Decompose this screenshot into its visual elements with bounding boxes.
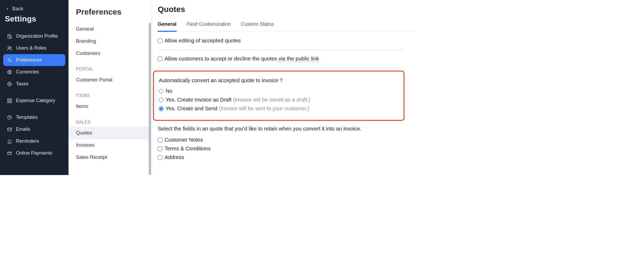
sidebar-item-users-roles[interactable]: Users & Roles bbox=[3, 42, 65, 54]
sidebar-item-label: Currencies bbox=[16, 69, 39, 75]
svg-point-14 bbox=[10, 84, 11, 85]
pref-item-customer-portal[interactable]: Customer Portal bbox=[68, 74, 151, 86]
radio-label: Yes. Create Invoice as Draft (Invoice wi… bbox=[166, 97, 310, 103]
radio-label: Yes. Create and Send (Invoice will be se… bbox=[166, 106, 309, 112]
radio-option-no[interactable]: No bbox=[159, 87, 399, 95]
building-icon bbox=[7, 34, 12, 39]
sidebar-item-label: Taxes bbox=[16, 81, 28, 87]
main-content: Quotes General Field Customization Custo… bbox=[151, 0, 415, 175]
settings-sidebar: Back Settings Organization Profile Users… bbox=[0, 0, 68, 175]
sidebar-item-label: Online Payments bbox=[16, 150, 52, 156]
svg-rect-1 bbox=[10, 36, 11, 38]
credit-card-icon bbox=[7, 151, 12, 156]
retain-customer-notes[interactable]: Customer Notes bbox=[158, 136, 405, 144]
sidebar-item-reminders[interactable]: Reminders bbox=[3, 135, 65, 147]
pref-item-customers[interactable]: Customers bbox=[68, 47, 151, 59]
pref-item-invoices[interactable]: Invoices bbox=[68, 139, 151, 151]
retain-address[interactable]: Address bbox=[158, 153, 405, 162]
sidebar-item-label: Reminders bbox=[16, 138, 39, 144]
svg-point-6 bbox=[8, 59, 8, 60]
sidebar-item-emails[interactable]: Emails bbox=[3, 123, 65, 135]
svg-point-21 bbox=[10, 117, 11, 117]
pref-heading-sales: SALES bbox=[68, 112, 151, 127]
public-link-hint: via the public link bbox=[278, 56, 319, 62]
radio-label: No bbox=[166, 88, 173, 94]
grid-icon bbox=[7, 98, 12, 103]
sidebar-item-label: Expense Category bbox=[16, 98, 55, 103]
preferences-title: Preferences bbox=[68, 5, 151, 23]
option-label: Customer Notes bbox=[165, 137, 203, 143]
option-label: Address bbox=[165, 154, 184, 160]
sidebar-item-taxes[interactable]: Taxes bbox=[3, 78, 65, 90]
svg-rect-17 bbox=[8, 101, 9, 103]
sidebar-item-label: Emails bbox=[16, 126, 30, 132]
sidebar-item-label: Users & Roles bbox=[16, 45, 46, 51]
back-label: Back bbox=[12, 6, 23, 12]
tab-custom-status[interactable]: Custom Status bbox=[241, 21, 274, 32]
radio-option-send[interactable]: Yes. Create and Send (Invoice will be se… bbox=[159, 104, 399, 113]
pref-item-sales-receipt[interactable]: Sales Receipt bbox=[68, 151, 151, 163]
chevron-left-icon bbox=[5, 6, 10, 11]
page-title: Quotes bbox=[158, 5, 415, 14]
percent-icon bbox=[7, 81, 12, 87]
tab-field-customization[interactable]: Field Customization bbox=[187, 21, 231, 32]
svg-line-12 bbox=[9, 83, 11, 85]
settings-title: Settings bbox=[5, 14, 65, 23]
auto-convert-highlight: Automatically convert an accepted quote … bbox=[153, 71, 405, 121]
pref-item-general[interactable]: General bbox=[68, 23, 151, 35]
scrollbar[interactable] bbox=[149, 23, 151, 175]
users-icon bbox=[7, 46, 12, 51]
mail-icon bbox=[7, 127, 12, 132]
option-label: Terms & Conditions bbox=[165, 146, 211, 152]
tab-general[interactable]: General bbox=[158, 21, 177, 32]
dollar-icon bbox=[7, 69, 12, 75]
checkbox[interactable] bbox=[158, 155, 162, 160]
sidebar-item-label: Preferences bbox=[16, 57, 42, 63]
svg-rect-18 bbox=[10, 101, 12, 103]
sidebar-item-label: Templates bbox=[16, 115, 38, 120]
radio[interactable] bbox=[159, 106, 164, 111]
back-button[interactable]: Back bbox=[3, 6, 65, 12]
pref-heading-portal: PORTAL bbox=[68, 59, 151, 74]
radio[interactable] bbox=[159, 98, 164, 102]
radio[interactable] bbox=[159, 89, 164, 94]
svg-point-20 bbox=[9, 116, 10, 117]
option-label: Allow editing of accepted quotes bbox=[165, 38, 241, 44]
retain-fields-section: Select the fields in an quote that you'd… bbox=[158, 126, 405, 168]
option-accept-decline[interactable]: Allow customers to accept or decline the… bbox=[158, 56, 405, 62]
svg-rect-23 bbox=[8, 152, 12, 155]
pref-item-items[interactable]: Items bbox=[68, 100, 151, 112]
svg-rect-15 bbox=[8, 99, 9, 100]
sidebar-item-preferences[interactable]: Preferences bbox=[3, 54, 65, 66]
svg-point-8 bbox=[10, 60, 11, 61]
option-label: Allow customers to accept or decline the… bbox=[165, 56, 319, 62]
sidebar-item-templates[interactable]: Templates bbox=[3, 111, 65, 123]
pref-item-quotes[interactable]: Quotes bbox=[68, 127, 151, 139]
option-allow-editing[interactable]: Allow editing of accepted quotes bbox=[158, 38, 405, 44]
auto-convert-question: Automatically convert an accepted quote … bbox=[159, 77, 399, 84]
sidebar-item-org-profile[interactable]: Organization Profile bbox=[3, 30, 65, 42]
checkbox[interactable] bbox=[158, 146, 162, 151]
svg-rect-0 bbox=[8, 34, 10, 38]
svg-point-5 bbox=[10, 47, 11, 48]
svg-point-13 bbox=[9, 83, 9, 84]
preferences-sidebar: Preferences General Branding Customers P… bbox=[68, 0, 151, 175]
checkbox[interactable] bbox=[158, 38, 162, 43]
sliders-icon bbox=[7, 58, 12, 63]
sidebar-item-currencies[interactable]: Currencies bbox=[3, 66, 65, 78]
retain-fields-title: Select the fields in an quote that you'd… bbox=[158, 126, 405, 132]
svg-point-4 bbox=[8, 46, 10, 48]
checkbox[interactable] bbox=[158, 56, 162, 61]
sidebar-item-expense-category[interactable]: Expense Category bbox=[3, 95, 65, 107]
svg-point-19 bbox=[8, 117, 9, 117]
pref-item-branding[interactable]: Branding bbox=[68, 35, 151, 47]
sidebar-item-label: Organization Profile bbox=[16, 33, 58, 39]
retain-terms[interactable]: Terms & Conditions bbox=[158, 144, 405, 153]
checkbox[interactable] bbox=[158, 138, 162, 142]
radio-option-draft[interactable]: Yes. Create Invoice as Draft (Invoice wi… bbox=[159, 95, 399, 104]
svg-rect-16 bbox=[10, 99, 12, 100]
palette-icon bbox=[7, 115, 12, 120]
tabs: General Field Customization Custom Statu… bbox=[158, 21, 415, 32]
sidebar-item-online-payments[interactable]: Online Payments bbox=[3, 147, 65, 159]
bell-icon bbox=[7, 139, 12, 144]
